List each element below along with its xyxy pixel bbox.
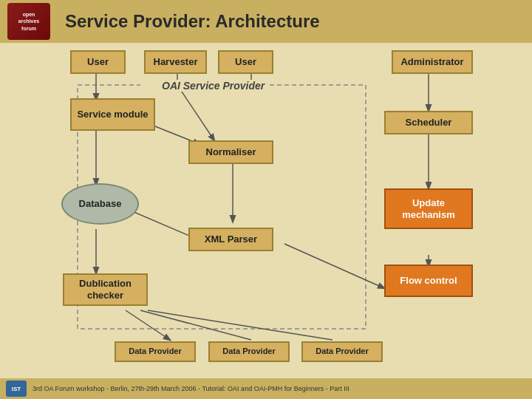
flow-control-box: Flow control bbox=[384, 265, 473, 297]
logo-line3: forum bbox=[21, 25, 36, 32]
data-provider3-box: Data Provider bbox=[301, 341, 383, 362]
data-provider2-box: Data Provider bbox=[208, 341, 290, 362]
footer-text: 3rd OA Forum workshop - Berlin, 27th-29t… bbox=[33, 385, 349, 392]
administrator-box: Administrator bbox=[392, 50, 473, 74]
footer-logo: IST bbox=[6, 381, 27, 397]
harvester-box: Harvester bbox=[144, 50, 207, 74]
data-provider1-box: Data Provider bbox=[115, 341, 196, 362]
normaliser-box: Normaliser bbox=[188, 140, 273, 164]
slide: open archives forum Service Provider: Ar… bbox=[0, 0, 532, 399]
title-bar: open archives forum Service Provider: Ar… bbox=[0, 0, 532, 43]
page-title: Service Provider: Architecture bbox=[65, 11, 320, 32]
svg-line-17 bbox=[177, 85, 214, 140]
logo: open archives forum bbox=[7, 3, 50, 40]
svg-line-13 bbox=[140, 310, 251, 340]
user2-box: User bbox=[218, 50, 273, 74]
svg-line-12 bbox=[126, 310, 170, 340]
user1-box: User bbox=[70, 50, 126, 74]
svg-line-10 bbox=[284, 244, 384, 288]
scheduler-box: Scheduler bbox=[384, 111, 473, 134]
svg-line-14 bbox=[148, 310, 332, 340]
footer: IST 3rd OA Forum workshop - Berlin, 27th… bbox=[0, 378, 532, 399]
service-module-box: Service module bbox=[70, 98, 155, 131]
logo-line2: archives bbox=[18, 18, 39, 24]
duplication-checker-box: Dublication checker bbox=[63, 273, 148, 306]
database-box: Database bbox=[61, 183, 139, 225]
logo-line1: open bbox=[23, 11, 35, 18]
oai-label: OAI Service Provider bbox=[159, 80, 267, 92]
xml-parser-box: XML Parser bbox=[188, 228, 273, 251]
update-mechanism-box: Update mechanism bbox=[384, 188, 473, 229]
